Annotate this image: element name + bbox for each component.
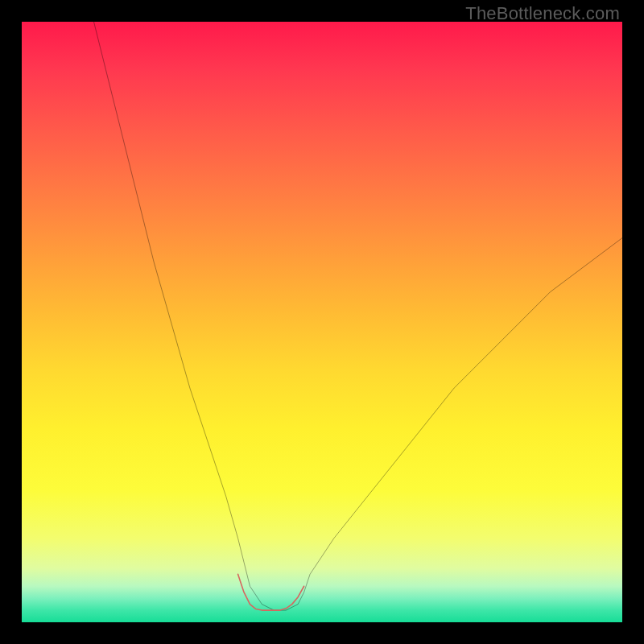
chart-svg — [22, 22, 622, 622]
optimal-range-marker-path — [238, 574, 304, 610]
bottleneck-curve-path — [94, 22, 622, 610]
chart-plot-area — [22, 22, 622, 622]
